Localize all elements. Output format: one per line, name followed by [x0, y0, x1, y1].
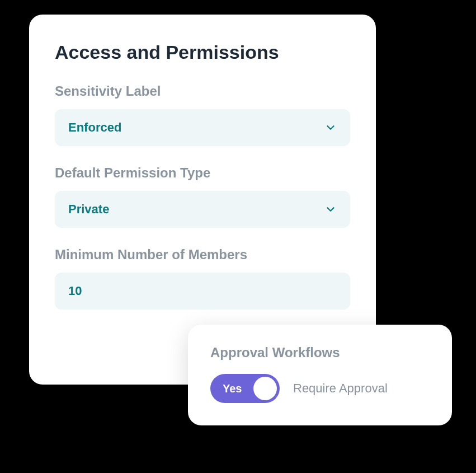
- sensitivity-label-select[interactable]: Enforced: [55, 109, 350, 146]
- permission-type-select[interactable]: Private: [55, 191, 350, 228]
- approval-workflows-card: Approval Workflows Yes Require Approval: [188, 325, 452, 425]
- require-approval-label: Require Approval: [293, 381, 388, 396]
- chevron-down-icon: [324, 203, 337, 216]
- card-title: Access and Permissions: [55, 41, 350, 63]
- approval-workflows-title: Approval Workflows: [210, 345, 430, 360]
- permission-type-label: Default Permission Type: [55, 165, 350, 181]
- permission-type-value: Private: [68, 202, 109, 217]
- toggle-state-label: Yes: [223, 382, 242, 395]
- toggle-knob: [253, 377, 277, 400]
- min-members-field: Minimum Number of Members: [55, 247, 350, 310]
- chevron-down-icon: [324, 121, 337, 134]
- sensitivity-label-text: Sensitivity Label: [55, 83, 350, 99]
- require-approval-toggle[interactable]: Yes: [210, 374, 280, 403]
- sensitivity-label-field: Sensitivity Label Enforced: [55, 83, 350, 146]
- require-approval-row: Yes Require Approval: [210, 374, 430, 403]
- min-members-input[interactable]: [68, 284, 337, 298]
- min-members-label: Minimum Number of Members: [55, 247, 350, 263]
- sensitivity-label-value: Enforced: [68, 120, 121, 135]
- min-members-input-wrapper[interactable]: [55, 273, 350, 310]
- permission-type-field: Default Permission Type Private: [55, 165, 350, 228]
